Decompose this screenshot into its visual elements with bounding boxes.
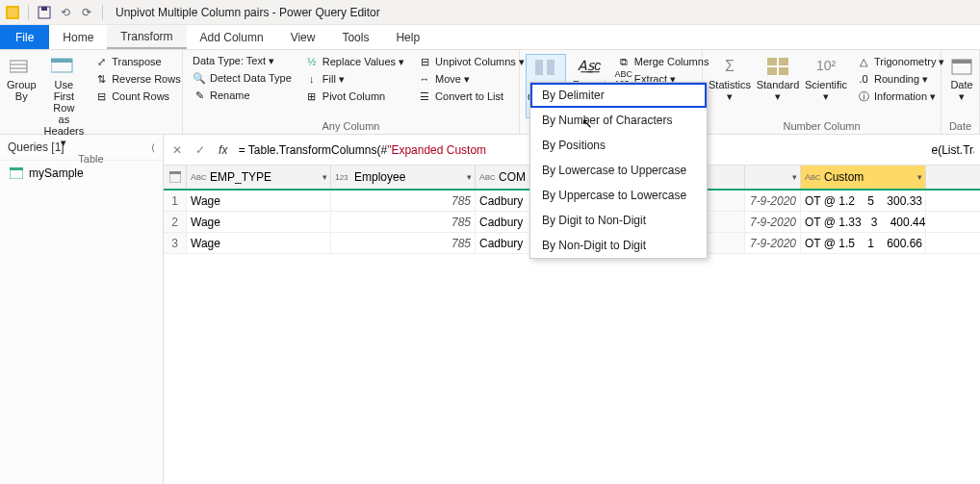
- convert-list-button[interactable]: ☰Convert to List: [414, 89, 529, 104]
- window-title: Unpivot Multiple Column pairs - Power Qu…: [116, 6, 380, 19]
- svg-rect-13: [767, 67, 777, 75]
- group-by-button[interactable]: Group By: [6, 54, 38, 151]
- svg-rect-14: [779, 67, 788, 75]
- save-icon[interactable]: [36, 4, 53, 21]
- menu-bar: File Home Transform Add Column View Tool…: [0, 25, 980, 50]
- dropdown-icon[interactable]: ▾: [792, 172, 797, 182]
- split-nondigit-digit[interactable]: By Non-Digit to Digit: [530, 233, 707, 258]
- svg-rect-18: [10, 167, 23, 170]
- svg-rect-20: [169, 171, 181, 174]
- rounding-button[interactable]: .0Rounding ▾: [853, 71, 948, 87]
- menu-home[interactable]: Home: [49, 25, 107, 49]
- cursor-icon: ↖: [581, 115, 593, 131]
- menu-view[interactable]: View: [277, 25, 329, 49]
- split-upper-lower[interactable]: By Uppercase to Lowercase: [530, 183, 707, 208]
- use-first-label: Use First Row as Headers ▾: [44, 79, 85, 149]
- menu-addcolumn[interactable]: Add Column: [187, 25, 277, 49]
- date-group-label: Date: [947, 118, 973, 132]
- svg-rect-11: [767, 58, 777, 65]
- split-by-numchars[interactable]: By Number of Characters: [530, 108, 707, 133]
- reverse-rows-button[interactable]: ⇅Reverse Rows: [90, 71, 185, 87]
- svg-rect-16: [952, 60, 971, 64]
- col-employee[interactable]: 123Employee▾: [331, 166, 476, 189]
- redo-icon[interactable]: ⟳: [78, 4, 95, 21]
- svg-rect-4: [10, 61, 27, 72]
- split-by-delimiter[interactable]: By Delimiter: [530, 83, 707, 108]
- information-button[interactable]: ⓘInformation ▾: [853, 89, 948, 104]
- menu-tools[interactable]: Tools: [328, 25, 382, 49]
- rownum-header[interactable]: [164, 166, 187, 189]
- col-custom[interactable]: ABCCustom▾: [801, 166, 926, 189]
- trig-button[interactable]: △Trigonometry ▾: [853, 54, 948, 69]
- use-first-row-button[interactable]: Use First Row as Headers ▾: [43, 54, 86, 151]
- col-emp-type[interactable]: ABCEMP_TYPE▾: [187, 166, 331, 189]
- svg-rect-10: [547, 60, 554, 75]
- svg-rect-1: [8, 8, 17, 17]
- dropdown-icon[interactable]: ▾: [467, 172, 472, 182]
- anycolumn-group-label: Any Column: [189, 118, 513, 132]
- date-button[interactable]: Date ▾: [947, 54, 976, 118]
- split-lower-upper[interactable]: By Lowercase to Uppercase: [530, 158, 707, 183]
- svg-rect-8: [51, 59, 72, 63]
- ribbon: Group By Use First Row as Headers ▾ ⤢Tra…: [0, 50, 980, 135]
- app-icon: [4, 4, 21, 21]
- svg-rect-12: [779, 58, 788, 65]
- menu-transform[interactable]: Transform: [107, 25, 186, 49]
- fx-label: fx: [216, 140, 231, 160]
- pivot-button[interactable]: ⊞Pivot Column: [301, 89, 408, 104]
- detect-datatype-button[interactable]: 🔍Detect Data Type: [189, 70, 296, 86]
- fill-button[interactable]: ↓Fill ▾: [301, 71, 408, 87]
- commit-formula-icon[interactable]: ✓: [193, 140, 208, 160]
- datatype-button[interactable]: Data Type: Text ▾: [189, 54, 296, 68]
- group-by-label: Group By: [7, 79, 37, 102]
- table-icon: [10, 167, 23, 179]
- dropdown-icon[interactable]: ▾: [917, 172, 922, 182]
- standard-button[interactable]: Standard ▾: [757, 54, 799, 118]
- unpivot-button[interactable]: ⊟Unpivot Columns ▾: [414, 54, 529, 69]
- dropdown-icon[interactable]: ▾: [322, 172, 327, 182]
- replace-values-button[interactable]: ½Replace Values ▾: [301, 54, 408, 69]
- query-item[interactable]: mySample: [0, 161, 163, 186]
- transpose-button[interactable]: ⤢Transpose: [90, 54, 185, 69]
- merge-columns-button[interactable]: ⧉Merge Columns: [613, 54, 713, 69]
- queries-panel: Queries [1] ⟨ mySample: [0, 135, 164, 484]
- numbercolumn-group-label: Number Column: [709, 118, 935, 132]
- table-group-label: Table: [6, 151, 176, 165]
- split-column-menu: By Delimiter By Number of Characters By …: [529, 82, 708, 259]
- split-digit-nondigit[interactable]: By Digit to Non-Digit: [530, 208, 707, 233]
- menu-help[interactable]: Help: [382, 25, 433, 49]
- scientific-button[interactable]: 10² Scientific ▾: [805, 54, 847, 118]
- count-rows-button[interactable]: ⊟Count Rows: [90, 89, 185, 104]
- split-by-positions[interactable]: By Positions: [530, 133, 707, 158]
- rename-button[interactable]: ✎Rename: [189, 88, 296, 103]
- svg-rect-9: [535, 60, 543, 75]
- statistics-button[interactable]: Σ Statistics ▾: [709, 54, 751, 118]
- move-button[interactable]: ↔Move ▾: [414, 71, 529, 87]
- menu-file[interactable]: File: [0, 25, 49, 49]
- svg-rect-3: [41, 7, 47, 11]
- title-bar: ⟲ ⟳ Unpivot Multiple Column pairs - Powe…: [0, 0, 980, 25]
- col-date[interactable]: ▾: [745, 166, 801, 189]
- undo-icon[interactable]: ⟲: [57, 4, 74, 21]
